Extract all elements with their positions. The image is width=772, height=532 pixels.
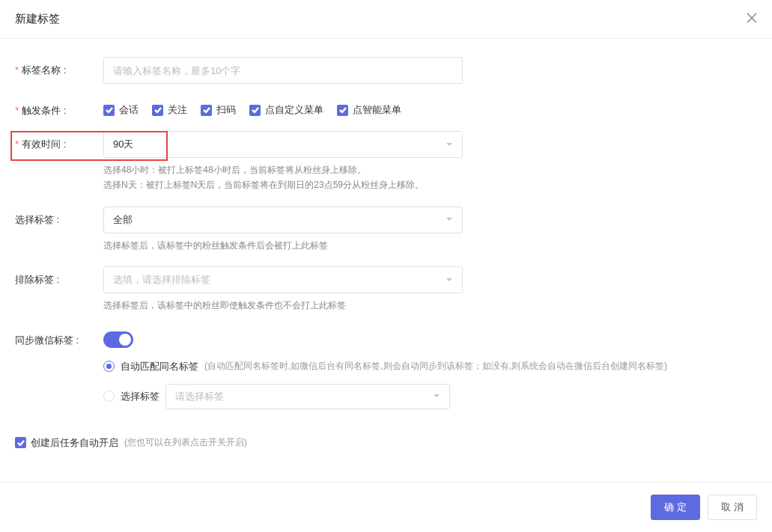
sync-select-placeholder: 请选择标签 [175,390,224,403]
chevron-down-icon [446,275,453,286]
radio-auto-match-label: 自动匹配同名标签 [121,360,198,373]
effective-time-select[interactable]: 90天 [103,131,463,158]
confirm-button[interactable]: 确定 [651,495,700,520]
trigger-checkbox-scan[interactable]: 扫码 [201,103,236,117]
radio-dot-icon [106,364,112,369]
select-tag-select[interactable]: 全部 [103,207,463,233]
trigger-checkbox-follow[interactable]: 关注 [152,103,187,117]
check-icon [103,105,115,116]
exclude-tag-help: 选择标签后，该标签中的粉丝即使触发条件也不会打上此标签 [103,298,463,313]
trigger-option-label: 关注 [168,103,187,117]
exclude-tag-placeholder: 选填，请选择排除标签 [113,273,210,287]
trigger-checkbox-smart-menu[interactable]: 点智能菜单 [337,103,401,117]
radio-select-tag[interactable] [103,391,115,402]
check-icon [201,105,212,116]
sync-select-tag-dropdown[interactable]: 请选择标签 [165,384,450,409]
auto-start-checkbox[interactable]: 创建后任务自动开启 [15,436,118,450]
trigger-option-label: 点智能菜单 [353,103,401,117]
check-icon [15,437,26,448]
modal-title: 新建标签 [15,12,60,26]
check-icon [152,105,163,116]
radio-auto-match[interactable] [103,361,115,372]
chevron-down-icon [446,139,453,150]
effective-time-help: 选择48小时：被打上标签48小时后，当前标签将从粉丝身上移除。 选择N天：被打上… [103,162,463,193]
trigger-checkbox-custom-menu[interactable]: 点自定义菜单 [249,103,323,117]
select-tag-help: 选择标签后，该标签中的粉丝触发条件后会被打上此标签 [103,238,463,253]
chevron-down-icon [446,214,453,225]
select-tag-label: 选择标签 : [15,207,103,227]
trigger-label: 触发条件 : [15,97,103,117]
exclude-tag-label: 排除标签 : [15,266,103,287]
sync-wx-switch[interactable] [103,331,133,348]
check-icon [337,105,348,116]
trigger-option-label: 点自定义菜单 [265,103,323,117]
select-tag-value: 全部 [113,213,133,227]
new-tag-modal: 新建标签 标签名称 : 触发条件 : 会话 [0,0,772,532]
auto-start-hint: (您也可以在列表点击开关开启) [124,436,247,449]
effective-time-label: 有效时间 : [15,131,103,151]
radio-auto-match-hint: (自动匹配同名标签时,如微信后台有同名标签,则会自动同步到该标签；如没有,则系统… [204,360,667,373]
modal-header: 新建标签 [0,0,772,39]
close-icon[interactable] [747,13,757,26]
check-icon [249,105,261,116]
effective-time-value: 90天 [113,138,133,151]
exclude-tag-select[interactable]: 选填，请选择排除标签 [103,266,463,293]
chevron-down-icon [433,391,440,402]
cancel-button[interactable]: 取消 [708,495,757,520]
trigger-option-label: 会话 [119,103,139,117]
modal-footer: 确定 取消 [0,482,772,532]
trigger-checkbox-session[interactable]: 会话 [103,103,139,117]
radio-select-tag-label: 选择标签 [121,390,159,403]
tag-name-label: 标签名称 : [15,57,103,77]
trigger-option-label: 扫码 [216,103,236,117]
auto-start-label: 创建后任务自动开启 [31,436,118,450]
tag-name-input[interactable] [103,57,463,84]
sync-wx-label: 同步微信标签 : [15,327,103,347]
modal-body: 标签名称 : 触发条件 : 会话 关注 [0,39,772,482]
switch-knob [119,334,131,346]
